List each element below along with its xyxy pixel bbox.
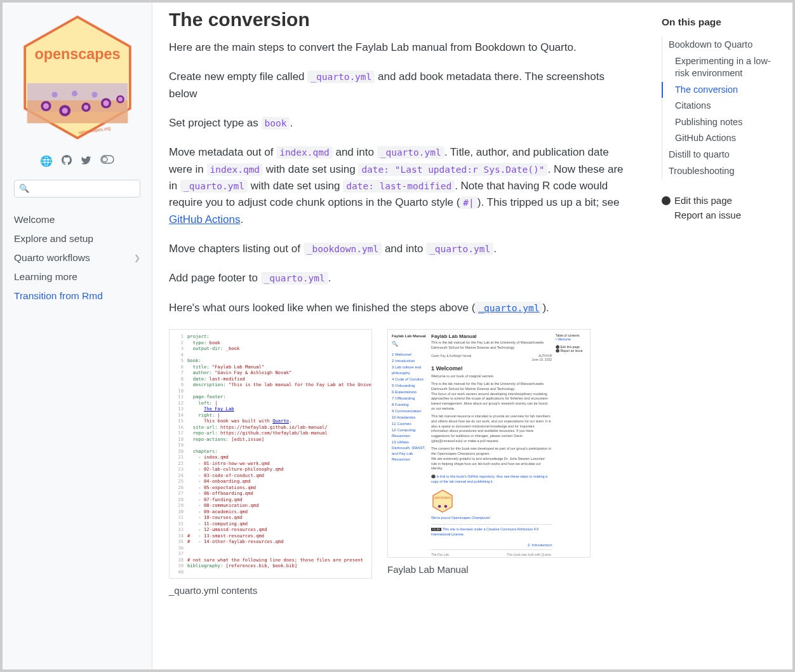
step-paragraph: Move metadata out of index.qmd and into …	[169, 144, 630, 228]
browser-right-toc: Table of contents • Welcome ⚫ Edit this …	[556, 333, 586, 556]
code-inline: date: "Last updated:r Sys.Date()"	[358, 163, 547, 176]
openscapes-logo[interactable]: openscapes openscapes.org	[20, 14, 135, 141]
right-toc: On this page Bookdown to QuartoExperimen…	[654, 3, 792, 669]
toc-item[interactable]: Distill to quarto	[662, 147, 782, 163]
toc-item[interactable]: Troubleshooting	[662, 163, 782, 180]
toc-item[interactable]: Bookdown to Quarto	[662, 37, 782, 53]
toc-item[interactable]: Publishing notes	[662, 114, 782, 131]
github-actions-link[interactable]: GitHub Actions	[169, 213, 240, 225]
edit-page-link[interactable]: Edit this page	[662, 193, 782, 208]
step-paragraph: Set project type as book.	[169, 115, 630, 131]
code-screenshot: 1project: 2 type: book 3 output-dir: _bo…	[169, 329, 372, 579]
svg-point-11	[103, 100, 109, 106]
svg-point-15	[72, 91, 77, 97]
nav-label: Transition from Rmd	[14, 290, 103, 302]
sidebar-nav: Welcome Explore and setup Quarto workflo…	[3, 206, 152, 309]
svg-point-19	[102, 157, 107, 162]
report-issue-link[interactable]: Report an issue	[662, 208, 782, 222]
browser-toc: Faylab Lab Manual 🔍 1 Welcome!2 Introduc…	[392, 333, 427, 556]
figure-code: 1project: 2 type: book 3 output-dir: _bo…	[169, 329, 372, 596]
nav-label: Quarto workflows	[14, 252, 90, 264]
svg-text:openscapes: openscapes	[34, 46, 120, 62]
code-inline: _quarto.yml	[377, 146, 444, 159]
intro-paragraph: Here are the main steps to convert the F…	[169, 39, 630, 56]
figure-caption: Faylab Lab Manual	[387, 564, 591, 575]
nav-workflows[interactable]: Quarto workflows❯	[3, 248, 152, 267]
code-inline: _quarto.yml	[426, 243, 493, 255]
search-container: 🔍	[3, 180, 152, 206]
nav-label: Explore and setup	[14, 233, 93, 245]
code-inline: book	[262, 117, 290, 130]
chevron-right-icon: ❯	[134, 253, 140, 262]
svg-point-23	[444, 505, 448, 508]
search-icon: 🔍	[19, 184, 29, 193]
figures-row: 1project: 2 type: book 3 output-dir: _bo…	[169, 329, 630, 596]
twitter-icon[interactable]	[81, 155, 91, 168]
github-icon[interactable]	[62, 155, 72, 168]
code-inline: index.qmd	[276, 146, 333, 159]
logo-container: openscapes openscapes.org	[3, 3, 152, 150]
browser-main: Faylab Lab Manual This is the lab manual…	[431, 333, 552, 556]
nav-explore[interactable]: Explore and setup	[3, 229, 152, 248]
nav-label: Welcome	[14, 214, 55, 225]
main-content: The conversion Here are the main steps t…	[152, 3, 654, 669]
browser-screenshot: Faylab Lab Manual 🔍 1 Welcome!2 Introduc…	[387, 329, 591, 558]
code-inline: _bookdown.yml	[304, 243, 382, 255]
nav-transition[interactable]: Transition from Rmd	[3, 286, 152, 306]
svg-point-5	[43, 104, 49, 109]
nav-learning[interactable]: Learning more	[3, 267, 152, 286]
sidebar: openscapes openscapes.org 🌐 🔍	[3, 3, 152, 669]
svg-point-16	[91, 92, 97, 98]
code-inline: _quarto.yml	[180, 180, 248, 192]
code-inline: _quarto.yml	[307, 71, 375, 83]
figure-caption: _quarto.yml contents	[169, 585, 372, 596]
toc-item[interactable]: Experimenting in a low-risk environment	[662, 53, 782, 82]
toc-heading: On this page	[662, 17, 782, 28]
quarto-yml-link[interactable]: _quarto.yml	[475, 302, 542, 314]
step-paragraph: Here's what ours looked like when we fin…	[169, 300, 630, 316]
page-heading: The conversion	[169, 9, 630, 30]
svg-point-7	[62, 108, 67, 114]
svg-text:openscapes: openscapes	[434, 496, 451, 499]
svg-point-22	[438, 505, 441, 508]
code-inline: index.qmd	[207, 163, 264, 176]
toc-item[interactable]: Citations	[662, 98, 782, 114]
social-icons: 🌐	[3, 150, 152, 180]
step-paragraph: Move chapters listing out of _bookdown.y…	[169, 241, 630, 257]
step-paragraph: Add page footer to _quarto.yml.	[169, 270, 630, 286]
nav-welcome[interactable]: Welcome	[3, 210, 152, 229]
svg-point-9	[83, 105, 88, 109]
globe-icon[interactable]: 🌐	[40, 155, 53, 168]
code-inline: date: last-modified	[343, 180, 455, 192]
toc-item[interactable]: The conversion	[662, 82, 782, 98]
code-inline: #|	[460, 196, 477, 209]
figure-browser: Faylab Lab Manual 🔍 1 Welcome!2 Introduc…	[387, 329, 591, 596]
svg-point-13	[117, 97, 122, 102]
nav-label: Learning more	[14, 271, 77, 283]
toc-actions: Edit this page Report an issue	[662, 193, 782, 222]
step-paragraph: Create new empty file called _quarto.yml…	[169, 69, 630, 102]
code-inline: _quarto.yml	[261, 272, 328, 285]
toc-item[interactable]: GitHub Actions	[662, 130, 782, 147]
theme-toggle-icon[interactable]	[100, 155, 114, 168]
search-input[interactable]	[14, 180, 140, 198]
svg-point-14	[51, 92, 57, 98]
svg-marker-20	[433, 490, 452, 513]
